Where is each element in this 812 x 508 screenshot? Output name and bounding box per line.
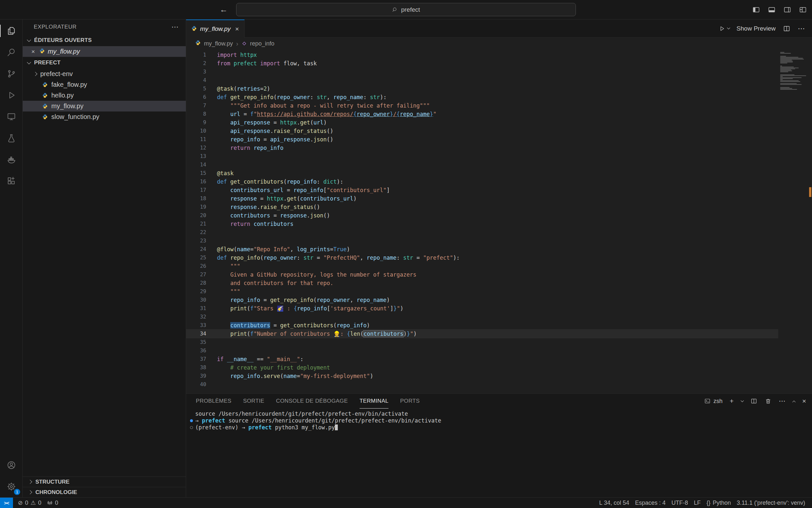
section-open-editors[interactable]: ÉDITEURS OUVERTS bbox=[23, 35, 186, 46]
new-terminal-icon[interactable]: + bbox=[729, 397, 733, 405]
tree-item-slow_function-py[interactable]: slow_function.py bbox=[23, 112, 186, 122]
back-icon[interactable]: ← bbox=[220, 5, 228, 14]
code-line[interactable]: 17 contributors_url = repo_info["contrib… bbox=[186, 186, 778, 194]
tree-item-prefect-env[interactable]: prefect-env bbox=[23, 69, 186, 79]
code-editor[interactable]: 1import httpx2from prefect import flow, … bbox=[186, 49, 812, 393]
breadcrumb-symbol[interactable]: repo_info bbox=[250, 40, 275, 47]
code-line[interactable]: 14 bbox=[186, 161, 778, 169]
panel-tab-sortie[interactable]: SORTIE bbox=[243, 393, 264, 409]
language-mode[interactable]: {} Python bbox=[704, 500, 734, 506]
code-line[interactable]: 8 url = f"https://api.github.com/repos/{… bbox=[186, 110, 778, 118]
code-line[interactable]: 25def repo_info(repo_owner: str = "Prefe… bbox=[186, 254, 778, 262]
code-line[interactable]: 9 api_response = httpx.get(url) bbox=[186, 118, 778, 127]
command-decoration-icon[interactable] bbox=[190, 419, 193, 422]
close-panel-icon[interactable]: × bbox=[802, 397, 806, 405]
chevron-up-icon[interactable] bbox=[792, 400, 796, 404]
split-editor-icon[interactable] bbox=[783, 25, 791, 33]
code-line[interactable]: 27 Given a GitHub repository, logs the n… bbox=[186, 270, 778, 279]
activity-extensions[interactable] bbox=[0, 170, 22, 192]
command-decoration-icon[interactable] bbox=[190, 426, 193, 429]
code-line[interactable]: 30 repo_info = get_repo_info(repo_owner,… bbox=[186, 296, 778, 304]
code-line[interactable]: 28 and contributors for that repo. bbox=[186, 279, 778, 287]
activity-settings[interactable]: 1 bbox=[0, 476, 22, 497]
activity-run-debug[interactable] bbox=[0, 85, 22, 106]
chevron-down-icon[interactable] bbox=[741, 399, 744, 402]
customize-layout-icon[interactable] bbox=[799, 6, 807, 14]
section-timeline[interactable]: CHRONOLOGIE bbox=[23, 487, 186, 497]
code-line[interactable]: 1import httpx bbox=[186, 51, 778, 59]
code-line[interactable]: 18 response = httpx.get(contributors_url… bbox=[186, 194, 778, 203]
code-line[interactable]: 19 response.raise_for_status() bbox=[186, 203, 778, 211]
panel-tab-ports[interactable]: PORTS bbox=[400, 393, 420, 409]
run-python-file-button[interactable] bbox=[718, 25, 729, 32]
code-line[interactable]: 33 contributors = get_contributors(repo_… bbox=[186, 321, 778, 330]
activity-docker[interactable] bbox=[0, 149, 22, 170]
code-line[interactable]: 26 """ bbox=[186, 262, 778, 270]
code-line[interactable]: 23 bbox=[186, 237, 778, 245]
encoding-setting[interactable]: UTF-8 bbox=[668, 500, 691, 506]
eol-setting[interactable]: LF bbox=[691, 500, 704, 506]
activity-source-control[interactable] bbox=[0, 63, 22, 85]
code-line[interactable]: 10 api_response.raise_for_status() bbox=[186, 127, 778, 135]
code-line[interactable]: 29 """ bbox=[186, 287, 778, 296]
code-line[interactable]: 5@task(retries=2) bbox=[186, 85, 778, 93]
panel-tab-terminal[interactable]: TERMINAL bbox=[360, 393, 388, 409]
split-terminal-icon[interactable] bbox=[750, 397, 757, 405]
python-interpreter[interactable]: 3.11.1 ('prefect-env': venv) bbox=[734, 500, 808, 506]
tab-my-flow[interactable]: my_flow.py × bbox=[186, 19, 245, 38]
overview-ruler[interactable] bbox=[808, 49, 812, 393]
ports-indicator[interactable]: 0 bbox=[44, 500, 61, 506]
tree-item-my_flow-py[interactable]: my_flow.py bbox=[23, 101, 186, 112]
section-outline[interactable]: STRUCTURE bbox=[23, 476, 186, 487]
panel-tab-probl-mes[interactable]: PROBLÈMES bbox=[196, 393, 231, 409]
code-line[interactable]: 15@task bbox=[186, 169, 778, 177]
toggle-sidebar-left-icon[interactable] bbox=[752, 6, 760, 14]
code-line[interactable]: 38 # create your first deployment bbox=[186, 364, 778, 372]
show-preview-button[interactable]: Show Preview bbox=[737, 25, 776, 32]
remote-indicator[interactable]: >< bbox=[0, 498, 13, 508]
tree-item-hello-py[interactable]: hello.py bbox=[23, 90, 186, 101]
panel-tab-console-de-d-bogage[interactable]: CONSOLE DE DÉBOGAGE bbox=[276, 393, 348, 409]
code-line[interactable]: 21 return contributors bbox=[186, 220, 778, 228]
activity-remote-explorer[interactable] bbox=[0, 106, 22, 127]
close-icon[interactable]: × bbox=[30, 48, 36, 55]
terminal-profile[interactable]: zsh bbox=[704, 398, 722, 405]
toggle-panel-icon[interactable] bbox=[768, 6, 776, 14]
minimap[interactable] bbox=[778, 49, 808, 393]
cursor-position[interactable]: L 34, col 54 bbox=[596, 500, 632, 506]
code-line[interactable]: 20 contributors = response.json() bbox=[186, 211, 778, 220]
code-line[interactable]: 12 return repo_info bbox=[186, 144, 778, 152]
code-line[interactable]: 37if __name__ == "__main__": bbox=[186, 355, 778, 364]
code-line[interactable]: 11 repo_info = api_response.json() bbox=[186, 135, 778, 144]
activity-testing[interactable] bbox=[0, 127, 22, 149]
open-editor-my-flow[interactable]: × my_flow.py bbox=[23, 46, 186, 57]
code-line[interactable]: 35 bbox=[186, 338, 778, 346]
code-line[interactable]: 2from prefect import flow, task bbox=[186, 59, 778, 68]
code-line[interactable]: 22 bbox=[186, 228, 778, 237]
code-line[interactable]: 40 bbox=[186, 380, 778, 389]
code-line[interactable]: 36 bbox=[186, 346, 778, 355]
close-icon[interactable]: × bbox=[235, 25, 239, 33]
more-actions-icon[interactable]: ⋯ bbox=[779, 397, 786, 405]
terminal-output[interactable]: source /Users/henricourdent/git/prefect/… bbox=[186, 409, 812, 497]
activity-explorer[interactable] bbox=[0, 20, 22, 42]
activity-search[interactable] bbox=[0, 42, 22, 63]
code-line[interactable]: 4 bbox=[186, 76, 778, 85]
code-line[interactable]: 6def get_repo_info(repo_owner: str, repo… bbox=[186, 93, 778, 101]
breadcrumb-file[interactable]: my_flow.py bbox=[204, 40, 233, 47]
code-line[interactable]: 32 bbox=[186, 313, 778, 321]
code-line[interactable]: 39 repo_info.serve(name="my-first-deploy… bbox=[186, 372, 778, 380]
code-line[interactable]: 13 bbox=[186, 152, 778, 161]
code-line[interactable]: 31 print(f"Stars 🌠 : {repo_info['stargaz… bbox=[186, 304, 778, 313]
trash-icon[interactable] bbox=[765, 397, 772, 405]
code-line[interactable]: 34 print(f"Number of contributors 👷: {le… bbox=[186, 330, 778, 338]
more-actions-icon[interactable]: ⋯ bbox=[798, 25, 805, 33]
section-project[interactable]: PREFECT bbox=[23, 57, 186, 69]
code-line[interactable]: 16def get_contributors(repo_info: dict): bbox=[186, 177, 778, 186]
tree-item-fake_flow-py[interactable]: fake_flow.py bbox=[23, 79, 186, 90]
code-line[interactable]: 24@flow(name="Repo Info", log_prints=Tru… bbox=[186, 245, 778, 254]
activity-accounts[interactable] bbox=[0, 454, 22, 476]
toggle-sidebar-right-icon[interactable] bbox=[783, 6, 791, 14]
command-center-search[interactable]: prefect bbox=[236, 3, 576, 16]
problems-indicator[interactable]: ⊘ 0 ⚠ 0 bbox=[15, 499, 44, 506]
